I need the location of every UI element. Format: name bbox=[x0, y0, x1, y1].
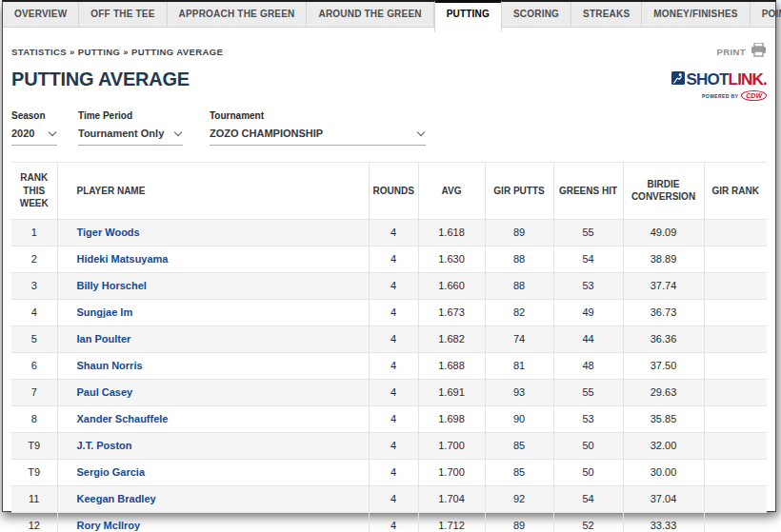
tab-off-the-tee[interactable]: OFF THE TEE bbox=[79, 2, 167, 27]
printer-icon bbox=[751, 43, 767, 61]
player-link[interactable]: Sergio Garcia bbox=[77, 466, 146, 478]
avg-cell: 1.618 bbox=[418, 219, 485, 246]
tournament-value: ZOZO CHAMPIONSHIP bbox=[210, 128, 323, 139]
tab-money-finishes[interactable]: MONEY/FINISHES bbox=[642, 2, 750, 27]
greens_hit-cell: 44 bbox=[553, 325, 623, 352]
player-link[interactable]: Ian Poulter bbox=[77, 333, 131, 345]
greens_hit-cell: 55 bbox=[553, 379, 623, 405]
gir_putts-cell: 85 bbox=[485, 432, 553, 459]
table-row: 4Sungjae Im41.673824936.73 bbox=[11, 299, 767, 325]
gir_putts-cell: 81 bbox=[485, 352, 553, 379]
header-cell-player: PLAYER NAME bbox=[57, 163, 369, 220]
gir_rank-cell bbox=[704, 432, 767, 459]
player-cell: Sungjae Im bbox=[57, 299, 369, 325]
gir_putts-cell: 90 bbox=[485, 405, 553, 432]
chevron-down-icon bbox=[417, 128, 425, 135]
gir_rank-cell bbox=[704, 512, 767, 532]
table-row: 12Rory McIlroy41.712895233.33 bbox=[11, 512, 767, 532]
rounds-cell: 4 bbox=[369, 352, 418, 379]
time-period-select[interactable]: Tournament Only bbox=[78, 128, 183, 146]
breadcrumb: STATISTICS » PUTTING » PUTTING AVERAGE bbox=[11, 47, 223, 57]
gir_rank-cell bbox=[704, 352, 767, 379]
table-row: T9Sergio Garcia41.700855030.00 bbox=[11, 459, 767, 485]
rounds-cell: 4 bbox=[369, 299, 418, 325]
birdie_conversion-cell: 37.50 bbox=[623, 352, 704, 379]
player-cell: Hideki Matsuyama bbox=[57, 246, 369, 272]
rounds-cell: 4 bbox=[369, 485, 418, 512]
avg-cell: 1.682 bbox=[418, 325, 485, 352]
time-period-value: Tournament Only bbox=[78, 128, 164, 139]
tab-streaks[interactable]: STREAKS bbox=[571, 2, 642, 27]
gir_putts-cell: 85 bbox=[485, 459, 553, 485]
rounds-cell: 4 bbox=[369, 459, 418, 485]
tab-points-rankings[interactable]: POINTS/RANKINGS bbox=[751, 2, 781, 27]
player-cell: Keegan Bradley bbox=[57, 485, 369, 512]
player-link[interactable]: Sungjae Im bbox=[77, 306, 133, 318]
rounds-cell: 4 bbox=[369, 432, 418, 459]
avg-cell: 1.712 bbox=[418, 512, 485, 532]
page-title: PUTTING AVERAGE bbox=[11, 69, 190, 90]
tab-around-the-green[interactable]: AROUND THE GREEN bbox=[307, 2, 433, 27]
table-row: T9J.T. Poston41.700855032.00 bbox=[11, 432, 767, 459]
player-link[interactable]: Paul Casey bbox=[77, 386, 133, 398]
tournament-select[interactable]: ZOZO CHAMPIONSHIP bbox=[210, 128, 426, 146]
player-link[interactable]: J.T. Poston bbox=[77, 440, 132, 451]
birdie_conversion-cell: 30.00 bbox=[623, 459, 704, 485]
table-row: 1Tiger Woods41.618895549.09 bbox=[11, 219, 767, 246]
birdie_conversion-cell: 38.89 bbox=[623, 246, 704, 272]
rank-cell: 11 bbox=[11, 485, 57, 512]
birdie_conversion-cell: 36.36 bbox=[623, 325, 704, 352]
gir_rank-cell bbox=[704, 405, 767, 432]
table-row: 7Paul Casey41.691935529.63 bbox=[11, 379, 767, 405]
player-link[interactable]: Hideki Matsuyama bbox=[77, 253, 169, 265]
greens_hit-cell: 53 bbox=[553, 272, 623, 299]
player-link[interactable]: Xander Schauffele bbox=[77, 413, 169, 424]
season-label: Season bbox=[11, 110, 57, 121]
rank-cell: 12 bbox=[11, 512, 57, 532]
avg-cell: 1.700 bbox=[418, 432, 485, 459]
gir_putts-cell: 88 bbox=[485, 246, 553, 272]
birdie_conversion-cell: 32.00 bbox=[623, 432, 704, 459]
rounds-cell: 4 bbox=[369, 246, 418, 272]
print-button[interactable]: PRINT bbox=[717, 43, 768, 61]
player-link[interactable]: Shaun Norris bbox=[77, 360, 143, 371]
player-link[interactable]: Rory McIlroy bbox=[77, 520, 141, 531]
greens_hit-cell: 52 bbox=[553, 512, 623, 532]
table-row: 6Shaun Norris41.688814837.50 bbox=[11, 352, 767, 379]
gir_rank-cell bbox=[704, 299, 767, 325]
greens_hit-cell: 48 bbox=[553, 352, 623, 379]
birdie_conversion-cell: 49.09 bbox=[623, 219, 704, 246]
logo-shot-text: SHOT bbox=[687, 70, 729, 89]
tab-scoring[interactable]: SCORING bbox=[502, 2, 571, 27]
tab-putting[interactable]: PUTTING bbox=[434, 0, 502, 32]
rounds-cell: 4 bbox=[369, 272, 418, 299]
stats-table-body: 1Tiger Woods41.618895549.092Hideki Matsu… bbox=[11, 219, 767, 532]
header-cell-rounds: ROUNDS bbox=[369, 163, 418, 220]
avg-cell: 1.688 bbox=[418, 352, 485, 379]
season-select[interactable]: 2020 bbox=[11, 128, 57, 146]
player-link[interactable]: Tiger Woods bbox=[77, 227, 140, 238]
stats-page-card: OVERVIEWOFF THE TEEAPPROACH THE GREENARO… bbox=[2, 0, 776, 512]
chevron-down-icon bbox=[49, 128, 56, 135]
player-cell: Xander Schauffele bbox=[57, 405, 369, 432]
logo-dot: . bbox=[763, 70, 767, 89]
print-label: PRINT bbox=[717, 47, 747, 57]
header-cell-rank: RANK THIS WEEK bbox=[11, 163, 57, 220]
header-cell-gir_putts: GIR PUTTS bbox=[485, 163, 553, 220]
player-cell: Sergio Garcia bbox=[57, 459, 369, 485]
player-link[interactable]: Billy Horschel bbox=[77, 280, 147, 291]
tab-overview[interactable]: OVERVIEW bbox=[3, 2, 79, 27]
tab-approach-the-green[interactable]: APPROACH THE GREEN bbox=[168, 2, 308, 27]
rank-cell: 1 bbox=[11, 219, 57, 246]
gir_rank-cell bbox=[704, 459, 767, 485]
avg-cell: 1.700 bbox=[418, 459, 485, 485]
player-link[interactable]: Keegan Bradley bbox=[77, 493, 156, 504]
player-cell: Tiger Woods bbox=[57, 219, 369, 246]
gir_putts-cell: 92 bbox=[485, 485, 553, 512]
rank-cell: 2 bbox=[11, 246, 57, 272]
gir_putts-cell: 74 bbox=[485, 325, 553, 352]
rounds-cell: 4 bbox=[369, 325, 418, 352]
greens_hit-cell: 54 bbox=[553, 246, 623, 272]
pga-tour-icon bbox=[671, 71, 685, 89]
filters: Season 2020 Time Period Tournament Only … bbox=[11, 110, 767, 146]
